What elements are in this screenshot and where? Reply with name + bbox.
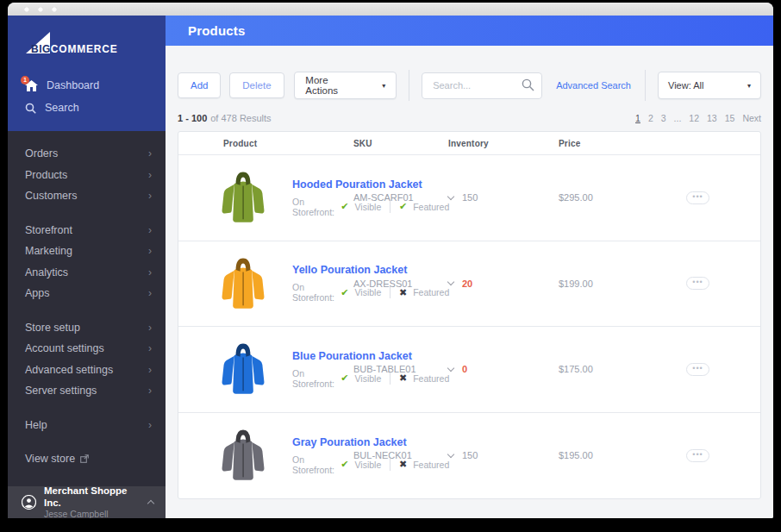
product-sku: BUB-TABLE01 bbox=[353, 364, 448, 374]
pagination-page-link[interactable]: 3 bbox=[661, 113, 666, 123]
chevron-down-icon bbox=[447, 279, 454, 285]
pagination-page-link[interactable]: 15 bbox=[725, 113, 735, 123]
pagination-next-link[interactable]: Next bbox=[742, 113, 761, 123]
visible-check-icon: ✔ bbox=[341, 460, 348, 469]
pagination-page-link[interactable]: 12 bbox=[689, 113, 699, 123]
visible-label: Visible bbox=[354, 373, 381, 384]
window-control-dot[interactable] bbox=[38, 7, 43, 12]
storefront-label: On Storefront: bbox=[292, 454, 334, 475]
sidebar-nav-item[interactable]: Apps › bbox=[8, 283, 166, 304]
product-image bbox=[220, 254, 266, 313]
inventory-expander[interactable]: 0 bbox=[448, 364, 559, 374]
results-total: of 478 Results bbox=[210, 113, 271, 123]
pagination-page-link[interactable]: 2 bbox=[648, 113, 653, 123]
nav-item-label: Apps bbox=[25, 287, 50, 299]
search-icon[interactable] bbox=[522, 78, 534, 91]
chevron-right-icon: › bbox=[148, 322, 152, 333]
window-titlebar bbox=[8, 3, 773, 16]
view-filter-value: View: All bbox=[668, 80, 703, 91]
user-avatar-icon bbox=[22, 495, 36, 510]
inventory-expander[interactable]: 150 bbox=[448, 450, 559, 460]
visible-check-icon: ✔ bbox=[341, 288, 348, 297]
row-actions-button[interactable]: ••• bbox=[686, 363, 709, 376]
window-control-dot[interactable] bbox=[24, 7, 29, 12]
column-header: Inventory bbox=[448, 139, 559, 148]
pagination-page-link[interactable]: 13 bbox=[707, 113, 717, 123]
account-switcher[interactable]: Merchant Shoppe Inc. Jesse Campbell bbox=[8, 486, 166, 518]
add-button[interactable]: Add bbox=[178, 72, 221, 98]
sidebar-nav-item[interactable]: Store setup › bbox=[8, 317, 166, 339]
visible-label: Visible bbox=[354, 202, 381, 212]
nav-item-label: Storefront bbox=[25, 224, 72, 236]
toolbar-divider bbox=[409, 70, 409, 101]
external-link-icon bbox=[80, 454, 89, 463]
nav-item-label: Account settings bbox=[25, 342, 104, 354]
nav-item-label: Customers bbox=[25, 190, 77, 202]
pagination: 123...121315Next bbox=[635, 113, 761, 123]
row-actions-button[interactable]: ••• bbox=[686, 449, 709, 462]
inventory-value: 20 bbox=[462, 279, 472, 289]
product-name-link[interactable]: Gray Pouration Jacket bbox=[292, 436, 449, 448]
nav-item-label: Marketing bbox=[25, 245, 72, 257]
chevron-right-icon: › bbox=[148, 420, 152, 430]
window-control-dot[interactable] bbox=[52, 7, 57, 12]
chevron-right-icon: › bbox=[148, 343, 152, 354]
sidebar-nav-item[interactable]: Help › bbox=[8, 415, 166, 436]
product-name-link[interactable]: Yello Pouration Jacket bbox=[292, 264, 449, 276]
sidebar-item-view-store[interactable]: View store bbox=[8, 448, 166, 470]
app-window: BIG COMMERCE 1 Dashboard bbox=[8, 3, 773, 518]
sidebar-nav-item[interactable]: Server settings › bbox=[8, 380, 166, 402]
sidebar-nav-item[interactable]: Storefront › bbox=[8, 220, 166, 241]
sidebar-item-label: Search bbox=[45, 102, 79, 114]
advanced-search-link[interactable]: Advanced Search bbox=[556, 80, 631, 91]
sidebar-nav-item[interactable]: Marketing › bbox=[8, 241, 166, 262]
more-actions-dropdown[interactable]: More Actions ▾ bbox=[294, 72, 397, 99]
sidebar-nav-item[interactable]: Advanced settings › bbox=[8, 360, 166, 381]
product-name-link[interactable]: Blue Pourationn Jacket bbox=[292, 350, 449, 362]
inventory-expander[interactable]: 150 bbox=[448, 192, 559, 203]
pagination-ellipsis: ... bbox=[674, 113, 682, 123]
product-price: $295.00 bbox=[559, 192, 686, 203]
featured-label: Featured bbox=[413, 460, 449, 470]
visible-label: Visible bbox=[354, 460, 381, 470]
chevron-right-icon: › bbox=[148, 365, 152, 375]
product-name-link[interactable]: Hooded Pouration Jacket bbox=[292, 178, 449, 191]
nav-item-label: Orders bbox=[25, 147, 58, 160]
column-header: SKU bbox=[353, 139, 448, 148]
sidebar-nav-item[interactable]: Customers › bbox=[8, 185, 166, 207]
sidebar-nav-item[interactable]: Products › bbox=[8, 165, 166, 186]
inventory-value: 150 bbox=[462, 192, 478, 203]
chevron-right-icon: › bbox=[148, 288, 152, 298]
featured-status-icon: ✖ bbox=[399, 460, 407, 469]
featured-status-icon: ✖ bbox=[399, 288, 407, 297]
nav-group: Orders › Products › Customers › bbox=[8, 143, 166, 207]
pagination-page-link[interactable]: 1 bbox=[635, 113, 640, 123]
inventory-value: 0 bbox=[462, 364, 467, 374]
sidebar-item-dashboard[interactable]: 1 Dashboard bbox=[25, 74, 166, 97]
home-icon: 1 bbox=[25, 80, 38, 91]
sidebar-item-search[interactable]: Search bbox=[25, 97, 166, 119]
main-panel: Products Add Delete More Actions ▾ bbox=[166, 16, 773, 518]
merchant-user-name: Jesse Campbell bbox=[44, 509, 141, 518]
sidebar-nav-item[interactable]: Analytics › bbox=[8, 262, 166, 284]
delete-button[interactable]: Delete bbox=[229, 72, 284, 98]
chevron-right-icon: › bbox=[148, 246, 152, 256]
sidebar-nav-item[interactable]: Orders › bbox=[8, 143, 166, 165]
product-price: $199.00 bbox=[559, 279, 686, 289]
featured-status-icon: ✖ bbox=[399, 373, 407, 383]
product-image bbox=[220, 340, 266, 398]
chevron-right-icon: › bbox=[148, 191, 152, 201]
product-image bbox=[220, 168, 266, 227]
view-store-label: View store bbox=[25, 453, 75, 465]
sidebar-nav-item[interactable]: Account settings › bbox=[8, 338, 166, 360]
column-header: Price bbox=[559, 139, 686, 148]
results-bar: 1 - 100 of 478 Results 123...121315Next bbox=[178, 113, 761, 123]
chevron-up-icon bbox=[147, 500, 154, 507]
table-row: Hooded Pouration Jacket On Storefront: ✔… bbox=[178, 155, 760, 241]
row-actions-button[interactable]: ••• bbox=[686, 277, 709, 290]
nav-item-label: Help bbox=[25, 419, 47, 431]
row-actions-button[interactable]: ••• bbox=[686, 191, 709, 204]
inventory-expander[interactable]: 20 bbox=[448, 279, 559, 289]
view-filter-select[interactable]: View: All ▾ bbox=[658, 72, 761, 99]
page-title: Products bbox=[188, 23, 246, 38]
